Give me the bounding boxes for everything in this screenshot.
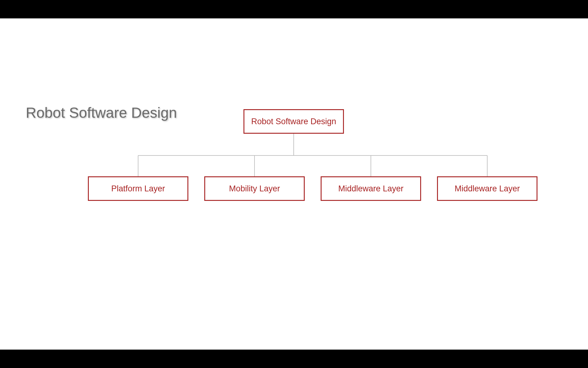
child-node: Middleware Layer — [321, 176, 421, 201]
child-node-label: Middleware Layer — [338, 184, 403, 194]
child-node-label: Platform Layer — [111, 184, 165, 194]
slide-canvas: Robot Software Design Robot Software Des… — [0, 18, 588, 350]
child-node-label: Middleware Layer — [454, 184, 520, 194]
root-node-label: Robot Software Design — [251, 117, 336, 126]
child-node: Middleware Layer — [437, 176, 537, 201]
root-node: Robot Software Design — [243, 109, 344, 134]
slide-title: Robot Software Design — [26, 104, 177, 121]
child-node: Platform Layer — [88, 176, 188, 201]
child-node-label: Mobility Layer — [229, 184, 280, 194]
child-node: Mobility Layer — [204, 176, 305, 201]
